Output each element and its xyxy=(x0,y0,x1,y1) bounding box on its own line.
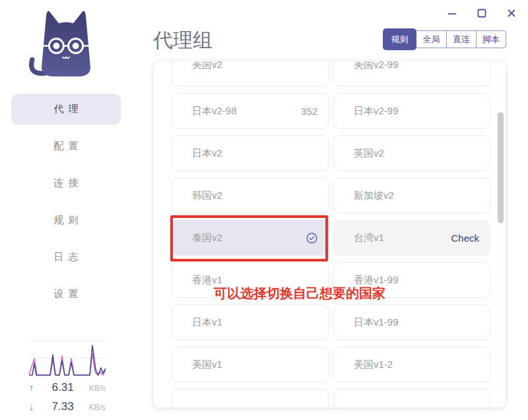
sidebar: 代理 配置 连接 规则 日志 设置 ↑ 6.31 KB/s ↓ 7.33 KB/… xyxy=(0,0,132,420)
proxy-group-panel: 美国v2 美国v2-99 日本v2-98 xyxy=(154,61,506,407)
proxy-row: 泰国v2 台湾v1 Check xyxy=(172,220,490,256)
proxy-card[interactable]: 日本v1-99 xyxy=(333,304,490,340)
proxy-card[interactable]: 美国v2-99 xyxy=(333,61,490,87)
proxy-row: 韩国v2 新加坡v2 xyxy=(172,178,490,213)
scrollbar-thumb[interactable] xyxy=(498,112,504,223)
window-controls xyxy=(446,7,517,19)
page-title: 代理组 xyxy=(153,27,213,54)
close-icon[interactable] xyxy=(506,7,517,19)
annotation-text: 可以选择切换自己想要的国家 xyxy=(214,285,385,302)
proxy-name: 美国v2-99 xyxy=(354,61,479,71)
upload-speed: ↑ 6.31 KB/s xyxy=(29,381,106,394)
proxy-name: 日本v2-99 xyxy=(354,105,479,118)
sidebar-item-label: 设置 xyxy=(50,288,83,300)
maximize-icon[interactable] xyxy=(476,7,488,19)
proxy-card[interactable]: 台湾v1 Check xyxy=(333,220,490,256)
proxy-delay: 352 xyxy=(301,106,317,117)
proxy-card[interactable]: 美国v2 xyxy=(172,61,329,87)
sidebar-item-label: 日志 xyxy=(50,251,83,263)
upload-unit: KB/s xyxy=(89,384,106,393)
proxy-card[interactable]: 新加坡v2 xyxy=(333,178,490,213)
traffic-line-upload xyxy=(29,345,106,375)
proxy-card[interactable]: 日本v2-98 352 xyxy=(172,93,329,129)
proxy-name: 日本v2 xyxy=(192,147,317,160)
proxy-name: 日本v1 xyxy=(192,316,317,329)
traffic-chart xyxy=(29,337,106,381)
sidebar-item-label: 规则 xyxy=(50,214,83,227)
sidebar-item-label: 代理 xyxy=(50,103,83,116)
proxy-name: 英国v2 xyxy=(354,147,479,160)
proxy-grid: 美国v2 美国v2-99 日本v2-98 xyxy=(154,61,506,407)
sidebar-item-rules[interactable]: 规则 xyxy=(11,205,121,236)
proxy-name: 新加坡v2 xyxy=(354,190,479,202)
sidebar-item-settings[interactable]: 设置 xyxy=(11,279,121,310)
sidebar-item-profiles[interactable]: 配置 xyxy=(11,131,121,162)
app-window: 代理 配置 连接 规则 日志 设置 ↑ 6.31 KB/s ↓ 7.33 KB/… xyxy=(0,0,528,420)
proxy-row: 日本v1 日本v1-99 xyxy=(172,304,490,340)
mode-global[interactable]: 全局 xyxy=(416,31,446,48)
proxy-row: 日本v2 英国v2 xyxy=(172,135,490,171)
proxy-card[interactable]: 韩国v2 xyxy=(172,178,329,213)
sidebar-item-label: 配置 xyxy=(50,140,83,153)
proxy-card[interactable]: 美国v1-2 xyxy=(333,347,490,382)
proxy-card[interactable]: 日本v2-99 xyxy=(333,93,490,129)
upload-value: 6.31 xyxy=(42,381,74,394)
download-unit: KB/s xyxy=(89,403,106,412)
sidebar-item-proxies[interactable]: 代理 xyxy=(11,94,121,125)
proxy-name: 泰国v2 xyxy=(192,232,306,244)
proxy-card[interactable] xyxy=(333,389,490,407)
mode-direct[interactable]: 直连 xyxy=(446,31,476,48)
sidebar-menu: 代理 配置 连接 规则 日志 设置 xyxy=(0,94,132,316)
proxy-row: 美国v2 美国v2-99 xyxy=(172,61,490,87)
minimize-icon[interactable] xyxy=(446,7,458,19)
sidebar-item-label: 连接 xyxy=(50,177,83,190)
proxy-check-label: Check xyxy=(451,232,479,244)
proxy-card[interactable] xyxy=(172,389,329,407)
proxy-card[interactable]: 美国v1 xyxy=(172,347,329,382)
download-speed: ↓ 7.33 KB/s xyxy=(29,400,106,413)
proxy-name: 韩国v2 xyxy=(192,190,317,202)
check-circle-icon xyxy=(306,232,317,244)
proxy-name: 美国v2 xyxy=(192,61,317,71)
proxy-card[interactable]: 日本v1 xyxy=(172,304,329,340)
proxy-name: 日本v2-98 xyxy=(192,105,301,118)
proxy-name: 台湾v1 xyxy=(354,232,451,244)
proxy-card[interactable]: 日本v2 xyxy=(172,135,329,171)
download-arrow-icon: ↓ xyxy=(29,401,42,412)
mode-rule[interactable]: 规则 xyxy=(383,28,416,50)
sidebar-item-logs[interactable]: 日志 xyxy=(11,242,121,273)
proxy-name: 日本v1-99 xyxy=(354,316,479,329)
cat-logo-icon xyxy=(24,4,108,87)
mode-switcher: 规则 全局 直连 脚本 xyxy=(383,30,506,48)
proxy-card[interactable]: 泰国v2 xyxy=(172,220,329,256)
proxy-row xyxy=(172,389,490,407)
proxy-card[interactable]: 英国v2 xyxy=(333,135,490,171)
proxy-row: 美国v1 美国v1-2 xyxy=(172,347,490,382)
proxy-row: 日本v2-98 352 日本v2-99 xyxy=(172,93,490,129)
proxy-name: 美国v1 xyxy=(192,359,317,371)
upload-arrow-icon: ↑ xyxy=(29,382,42,393)
mode-script[interactable]: 脚本 xyxy=(476,31,506,48)
sidebar-item-connections[interactable]: 连接 xyxy=(11,168,121,199)
proxy-name: 美国v1-2 xyxy=(354,359,479,371)
download-value: 7.33 xyxy=(42,400,74,413)
